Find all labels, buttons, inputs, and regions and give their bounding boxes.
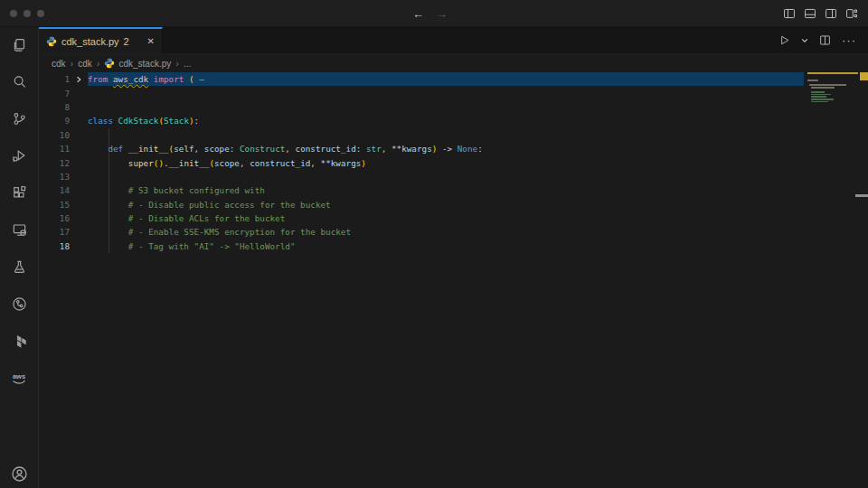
activity-item-remote-explorer-icon[interactable]: [8, 219, 30, 240]
activity-item-aws-toolkit-icon[interactable]: aws: [8, 367, 30, 389]
minimap-line: [807, 100, 858, 103]
svg-text:aws: aws: [13, 372, 25, 380]
code-text: # - Disable public access for the bucket: [88, 200, 331, 210]
line-number: 15: [39, 200, 70, 210]
activity-item-search-icon[interactable]: [8, 70, 30, 92]
layout-controls: [783, 7, 868, 20]
line-number: 10: [39, 130, 70, 140]
activity-item-testing-flask-icon[interactable]: [8, 256, 30, 277]
ruler-mark: [860, 72, 868, 80]
code-text: from aws_cdk import ( –: [88, 74, 204, 84]
activity-item-accounts-icon[interactable]: [8, 463, 30, 484]
code-line-7: 7: [39, 86, 868, 99]
line-number: 16: [39, 213, 70, 223]
tab-bar: cdk_stack.py 2 ✕ ···: [39, 27, 868, 54]
extensions-icon: [12, 185, 27, 201]
accounts-icon: [11, 465, 28, 483]
code-lines: 1from aws_cdk import ( –789class CdkStac…: [39, 72, 868, 253]
activity-item-run-and-debug-icon[interactable]: [8, 145, 30, 166]
minimap[interactable]: [807, 72, 858, 103]
window-control-dot[interactable]: [37, 10, 44, 17]
history-navigation: ← →: [412, 0, 448, 27]
activity-item-extensions-icon[interactable]: [8, 182, 30, 203]
code-line-16: 16 # - Disable ACLs for the bucket: [39, 211, 868, 225]
code-line-13: 13: [39, 170, 868, 183]
explorer-icon: [12, 37, 27, 52]
line-number: 9: [39, 116, 70, 126]
line-number: 12: [39, 158, 70, 168]
run-file-icon[interactable]: [778, 34, 790, 46]
line-number: 17: [39, 227, 70, 237]
code-text: # - Enable SSE-KMS encryption for the bu…: [88, 227, 351, 237]
python-icon: [104, 58, 115, 69]
activity-bar: aws: [0, 27, 39, 488]
breadcrumb-segment[interactable]: cdk: [52, 59, 66, 69]
customize-layout-icon[interactable]: [845, 7, 858, 20]
toggle-secondary-sidebar-icon[interactable]: [825, 7, 837, 20]
breadcrumb-separator: ›: [97, 58, 100, 69]
code-line-10: 10: [39, 128, 868, 142]
toggle-panel-icon[interactable]: [804, 7, 816, 20]
code-line-8: 8: [39, 100, 868, 114]
code-line-17: 17 # - Enable SSE-KMS encryption for the…: [39, 225, 868, 239]
toggle-primary-sidebar-icon[interactable]: [783, 7, 796, 20]
tab-cdk-stack[interactable]: cdk_stack.py 2 ✕: [39, 27, 163, 53]
git-graph-icon: [12, 296, 27, 312]
activity-item-explorer-icon[interactable]: [8, 33, 30, 55]
search-icon: [12, 74, 27, 89]
activity-item-terraform-icon[interactable]: [8, 330, 30, 352]
code-text: # S3 bucket configured with: [88, 185, 265, 195]
tab-title: cdk_stack.py: [61, 36, 119, 47]
editor-actions: ···: [778, 27, 868, 53]
overview-ruler: [858, 72, 868, 488]
code-line-15: 15 # - Disable public access for the buc…: [39, 198, 868, 211]
run-and-debug-icon: [12, 148, 27, 164]
run-dropdown-chevron-icon[interactable]: [801, 37, 808, 44]
line-number: 11: [39, 144, 70, 154]
line-number: 14: [39, 185, 70, 195]
python-icon: [46, 36, 57, 47]
breadcrumb-separator: ›: [71, 58, 74, 69]
remote-explorer-icon: [12, 222, 27, 238]
line-number: 13: [39, 172, 70, 182]
more-actions-icon[interactable]: ···: [842, 34, 856, 46]
line-number: 7: [39, 89, 70, 99]
code-line-11: 11 def __init__(self, scope: Construct, …: [39, 142, 868, 155]
code-text: class CdkStack(Stack):: [88, 116, 199, 126]
aws-toolkit-icon: aws: [9, 371, 29, 386]
code-line-12: 12 super().__init__(scope, construct_id,…: [39, 155, 868, 169]
ruler-mark: [855, 194, 868, 197]
code-line-14: 14 # S3 bucket configured with: [39, 183, 868, 197]
editor-group: cdk_stack.py 2 ✕ ··· cdk›cdk›cdk_stack.p…: [39, 27, 868, 488]
line-number: 18: [39, 241, 70, 251]
code-line-18: 18 # - Tag with "AI" -> "HelloWorld": [39, 239, 868, 253]
tab-close-icon[interactable]: ✕: [147, 37, 155, 46]
nav-forward-icon[interactable]: →: [436, 7, 448, 21]
window-control-dot[interactable]: [10, 10, 17, 17]
testing-flask-icon: [12, 259, 27, 275]
fold-chevron-icon[interactable]: [70, 76, 88, 83]
activity-item-source-control-icon[interactable]: [8, 108, 30, 129]
breadcrumb-segment[interactable]: cdk: [78, 59, 92, 69]
tab-problems-badge: 2: [124, 36, 129, 47]
code-line-1: 1from aws_cdk import ( –: [39, 72, 868, 86]
window-control-dot[interactable]: [24, 10, 31, 17]
terraform-icon: [12, 333, 27, 349]
window-controls: [0, 10, 44, 17]
split-editor-icon[interactable]: [819, 34, 831, 46]
code-editor[interactable]: 1from aws_cdk import ( –789class CdkStac…: [39, 72, 868, 488]
line-number: 1: [39, 74, 70, 84]
code-text: super().__init__(scope, construct_id, **…: [88, 158, 366, 168]
breadcrumb: cdk›cdk›cdk_stack.py›...: [39, 54, 868, 72]
nav-back-icon[interactable]: ←: [412, 7, 424, 21]
activity-item-git-graph-icon[interactable]: [8, 293, 30, 314]
code-text: # - Tag with "AI" -> "HelloWorld": [88, 241, 296, 251]
line-number: 8: [39, 102, 70, 112]
workbench: aws cdk_stack.py 2 ✕ ··· cdk›cdk›cdk_sta…: [0, 27, 868, 488]
breadcrumb-segment[interactable]: ...: [184, 59, 191, 69]
breadcrumb-separator: ›: [175, 58, 179, 69]
titlebar: ← →: [0, 0, 868, 27]
source-control-icon: [12, 111, 27, 127]
code-line-9: 9class CdkStack(Stack):: [39, 114, 868, 127]
breadcrumb-segment[interactable]: cdk_stack.py: [104, 58, 171, 69]
